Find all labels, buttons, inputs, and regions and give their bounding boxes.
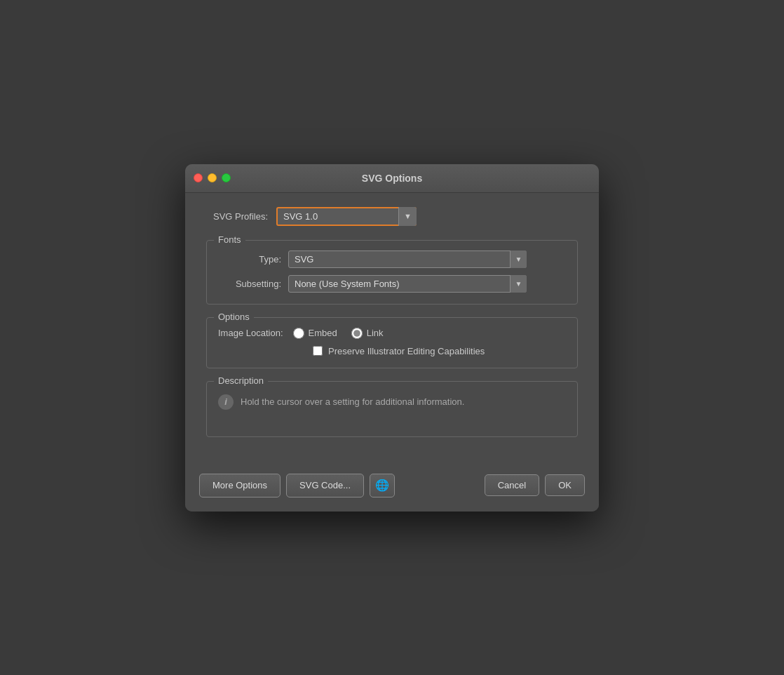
description-content: i Hold the cursor over a setting for add… [218,392,566,410]
type-row: Type: SVG Convert to Outline Adobe CEF ▼ [218,250,566,268]
more-options-button[interactable]: More Options [199,474,281,497]
image-location-radio-group: Embed Link [293,328,384,339]
subsetting-select[interactable]: None (Use System Fonts) Glyphs Used Comm… [288,275,527,293]
options-section-title: Options [214,312,254,322]
fonts-section-title: Fonts [214,234,245,245]
fonts-section: Fonts Type: SVG Convert to Outline Adobe… [206,240,578,305]
info-icon: i [218,394,234,410]
subsetting-select-wrapper: None (Use System Fonts) Glyphs Used Comm… [288,275,527,293]
preserve-checkbox[interactable] [313,346,323,356]
maximize-button[interactable] [222,173,231,182]
close-button[interactable] [194,173,203,182]
type-select-wrapper: SVG Convert to Outline Adobe CEF ▼ [288,250,527,268]
svg-options-dialog: SVG Options SVG Profiles: SVG 1.0 SVG 1.… [185,164,599,512]
dialog-titlebar: SVG Options [185,164,599,193]
globe-icon: 🌐 [375,479,389,492]
dialog-title: SVG Options [362,173,422,184]
options-section: Options Image Location: Embed Link [206,317,578,368]
profiles-select-wrapper: SVG 1.0 SVG 1.1 SVG Tiny 1.1 SVG Tiny 1.… [276,207,417,226]
embed-radio-label: Embed [309,328,337,338]
subsetting-label: Subsetting: [218,279,281,289]
profiles-row: SVG Profiles: SVG 1.0 SVG 1.1 SVG Tiny 1… [206,207,578,226]
minimize-button[interactable] [208,173,217,182]
type-select[interactable]: SVG Convert to Outline Adobe CEF [288,250,527,268]
image-location-row: Image Location: Embed Link [218,328,566,339]
dialog-footer: More Options SVG Code... 🌐 Cancel OK [185,464,599,512]
footer-left-buttons: More Options SVG Code... 🌐 [199,474,479,497]
ok-button[interactable]: OK [545,474,585,496]
description-section-title: Description [214,375,268,386]
description-section: Description i Hold the cursor over a set… [206,381,578,437]
profiles-label: SVG Profiles: [213,211,268,222]
type-label: Type: [218,254,281,265]
link-radio-option[interactable]: Link [351,328,384,339]
embed-radio[interactable] [293,328,304,339]
profiles-select[interactable]: SVG 1.0 SVG 1.1 SVG Tiny 1.1 SVG Tiny 1.… [276,207,417,226]
svg-code-button[interactable]: SVG Code... [286,474,364,497]
link-radio[interactable] [351,328,363,339]
dialog-body: SVG Profiles: SVG 1.0 SVG 1.1 SVG Tiny 1… [185,193,599,464]
description-text: Hold the cursor over a setting for addit… [241,394,464,408]
subsetting-row: Subsetting: None (Use System Fonts) Glyp… [218,275,566,293]
preserve-checkbox-label: Preserve Illustrator Editing Capabilitie… [328,346,485,356]
globe-button[interactable]: 🌐 [370,474,395,497]
link-radio-label: Link [367,328,384,338]
image-location-label: Image Location: [218,328,283,338]
cancel-button[interactable]: Cancel [485,474,539,496]
titlebar-buttons [194,173,231,182]
preserve-checkbox-row: Preserve Illustrator Editing Capabilitie… [218,346,566,356]
dialog-overlay: SVG Options SVG Profiles: SVG 1.0 SVG 1.… [0,0,784,675]
embed-radio-option[interactable]: Embed [293,328,337,339]
footer-right-buttons: Cancel OK [485,474,585,496]
